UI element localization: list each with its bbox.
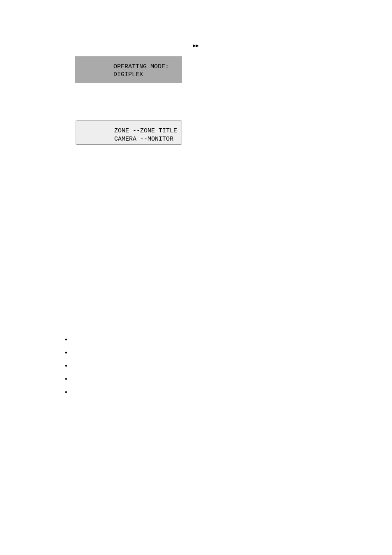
display-line-1: OPERATING MODE: bbox=[113, 63, 182, 71]
lcd-display-zone-camera: ZONE --ZONE TITLE CAMERA --MONITOR bbox=[76, 120, 182, 145]
lcd-display-operating-mode: OPERATING MODE: DIGIPLEX bbox=[75, 56, 182, 83]
display-line-1: ZONE --ZONE TITLE bbox=[114, 127, 182, 135]
display-line-2: CAMERA --MONITOR bbox=[114, 135, 182, 143]
display-line-2: DIGIPLEX bbox=[113, 71, 182, 79]
forward-indicator-icon: ▸▸ bbox=[193, 42, 199, 49]
